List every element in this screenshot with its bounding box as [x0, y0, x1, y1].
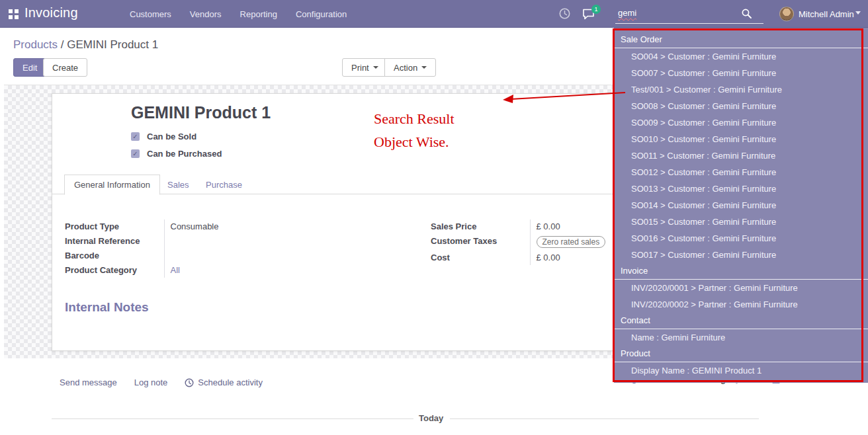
chatter-actions: Send message Log note Schedule activity	[60, 377, 263, 387]
field-cost: Cost £ 0.00	[431, 251, 636, 265]
search-result-item[interactable]: Test/001 > Customer : Gemini Furniture	[614, 81, 868, 98]
search-result-item[interactable]: SO013 > Customer : Gemini Furniture	[614, 180, 868, 197]
internal-notes-heading: Internal Notes	[65, 300, 149, 315]
search-result-item[interactable]: SO009 > Customer : Gemini Furniture	[614, 114, 868, 131]
search-result-item[interactable]: SO014 > Customer : Gemini Furniture	[614, 197, 868, 214]
menu-customers[interactable]: Customers	[130, 9, 171, 19]
action-label: Action	[394, 63, 417, 73]
annotation-line2: Object Wise.	[374, 130, 455, 153]
print-caret-icon	[373, 66, 378, 69]
action-dropdown-button[interactable]: Action	[384, 58, 436, 77]
schedule-activity-label: Schedule activity	[198, 377, 263, 387]
can-be-sold-row: ✓ Can be Sold	[131, 132, 196, 141]
menu-reporting[interactable]: Reporting	[240, 9, 277, 19]
product-category-label: Product Category	[65, 263, 164, 278]
app-title[interactable]: Invoicing	[24, 5, 78, 20]
breadcrumb-current: GEMINI Product 1	[67, 38, 158, 51]
search-result-item[interactable]: SO007 > Customer : Gemini Furniture	[614, 65, 868, 81]
print-dropdown-button[interactable]: Print	[342, 58, 388, 77]
internal-reference-value	[164, 234, 270, 249]
apps-grid-icon[interactable]	[9, 9, 19, 19]
annotation-line1: Search Result	[374, 107, 455, 130]
field-sales-price: Sales Price £ 0.00	[431, 219, 636, 234]
search-result-section-header: Invoice	[614, 263, 868, 280]
search-result-item[interactable]: SO015 > Customer : Gemini Furniture	[614, 214, 868, 230]
sales-price-label: Sales Price	[431, 219, 530, 234]
fields-right-column: Sales Price £ 0.00 Customer Taxes Zero r…	[431, 219, 636, 265]
send-message-button[interactable]: Send message	[60, 377, 117, 387]
product-type-label: Product Type	[65, 219, 164, 234]
create-button[interactable]: Create	[43, 58, 87, 77]
can-be-sold-label: Can be Sold	[147, 132, 196, 141]
tab-purchase[interactable]: Purchase	[196, 175, 251, 194]
search-result-item[interactable]: SO011 > Customer : Gemini Furniture	[614, 147, 868, 164]
navbar-search-input[interactable]: gemi	[615, 5, 763, 24]
search-result-item[interactable]: SO010 > Customer : Gemini Furniture	[614, 131, 868, 147]
search-result-item[interactable]: Display Name : GEMINI Product 1	[614, 362, 868, 379]
today-divider-label: Today	[419, 413, 443, 423]
breadcrumb-separator: /	[58, 38, 67, 51]
search-result-section-header: Contact	[614, 313, 868, 329]
search-result-item[interactable]: SO017 > Customer : Gemini Furniture	[614, 247, 868, 263]
log-note-button[interactable]: Log note	[134, 377, 168, 387]
product-type-value: Consumable	[164, 219, 270, 234]
edit-button[interactable]: Edit	[13, 58, 46, 77]
search-result-item[interactable]: INV/2020/0001 > Partner : Gemini Furnitu…	[614, 280, 868, 296]
search-result-item[interactable]: INV/2020/0002 > Partner : Gemini Furnitu…	[614, 296, 868, 313]
customer-taxes-label: Customer Taxes	[431, 234, 530, 251]
field-customer-taxes: Customer Taxes Zero rated sales	[431, 234, 636, 251]
today-divider-line-right	[450, 418, 759, 419]
can-be-sold-checkbox[interactable]: ✓	[131, 132, 140, 141]
activities-clock-icon[interactable]	[559, 8, 570, 19]
app-window: Invoicing CustomersVendorsReportingConfi…	[0, 0, 868, 435]
field-product-type: Product Type Consumable	[65, 219, 270, 234]
can-be-purchased-row: ✓ Can be Purchased	[131, 149, 222, 159]
search-result-item[interactable]: Name : Gemini Furniture	[614, 329, 868, 346]
barcode-value	[164, 249, 270, 263]
search-result-section-header: Sale Order	[614, 32, 868, 48]
product-title: GEMINI Product 1	[131, 103, 271, 122]
clock-icon	[185, 378, 194, 387]
menu-configuration[interactable]: Configuration	[296, 9, 347, 19]
schedule-activity-button[interactable]: Schedule activity	[185, 377, 263, 387]
user-avatar[interactable]	[779, 7, 794, 21]
internal-reference-label: Internal Reference	[65, 234, 164, 249]
can-be-purchased-label: Can be Purchased	[147, 149, 222, 159]
search-result-item[interactable]: SO008 > Customer : Gemini Furniture	[614, 98, 868, 114]
search-results-dropdown: Sale OrderSO004 > Customer : Gemini Furn…	[614, 28, 868, 383]
field-barcode: Barcode	[65, 249, 270, 263]
search-query-text: gemi	[618, 8, 636, 18]
print-label: Print	[351, 63, 369, 73]
today-divider-line-left	[52, 418, 413, 419]
search-result-item[interactable]: SO012 > Customer : Gemini Furniture	[614, 164, 868, 180]
search-icon[interactable]	[742, 9, 752, 19]
customer-taxes-badge: Zero rated sales	[537, 236, 606, 248]
product-category-value-link[interactable]: All	[171, 265, 180, 275]
fields-left-column: Product Type Consumable Internal Referen…	[65, 219, 270, 278]
menu-vendors[interactable]: Vendors	[190, 9, 222, 19]
breadcrumb: Products / GEMINI Product 1	[13, 38, 158, 52]
action-caret-icon	[421, 66, 427, 69]
barcode-label: Barcode	[65, 249, 164, 263]
messages-count-badge: 1	[591, 5, 601, 14]
tab-sales[interactable]: Sales	[158, 175, 198, 194]
field-internal-reference: Internal Reference	[65, 234, 270, 249]
user-menu-caret-icon	[855, 11, 861, 15]
field-product-category: Product Category All	[65, 263, 270, 278]
user-menu[interactable]: Mitchell Admin	[799, 9, 854, 19]
search-result-item[interactable]: SO004 > Customer : Gemini Furniture	[614, 48, 868, 65]
can-be-purchased-checkbox[interactable]: ✓	[131, 149, 140, 158]
top-navbar: Invoicing CustomersVendorsReportingConfi…	[0, 0, 868, 28]
tab-general-information[interactable]: General Information	[64, 175, 160, 195]
annotation-text: Search Result Object Wise.	[374, 107, 455, 153]
cost-label: Cost	[431, 251, 530, 265]
breadcrumb-products-link[interactable]: Products	[13, 38, 58, 51]
search-result-section-header: Product	[614, 346, 868, 362]
search-result-item[interactable]: SO016 > Customer : Gemini Furniture	[614, 230, 868, 247]
navbar-menus: CustomersVendorsReportingConfiguration	[130, 0, 347, 28]
